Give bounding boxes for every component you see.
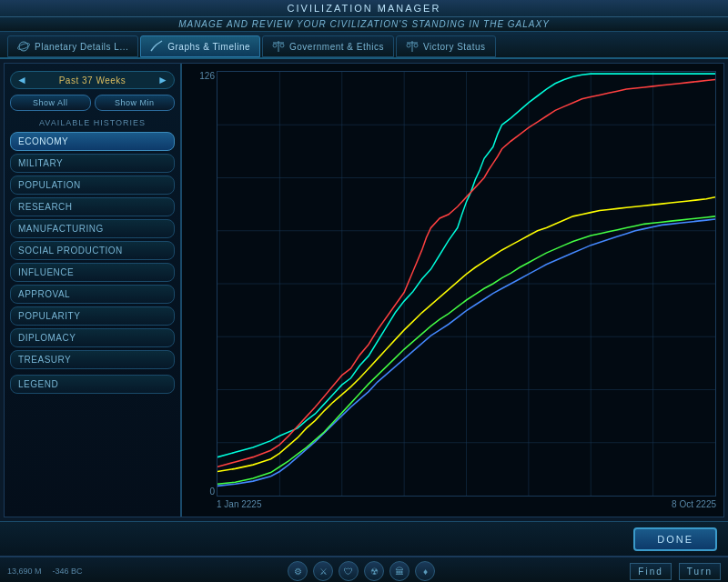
chart-wrapper: 126 0 (189, 71, 716, 497)
app-title: Civilization Manager (288, 3, 441, 14)
planet-icon (17, 40, 30, 53)
find-button[interactable]: Find (630, 563, 671, 580)
tab-ethics-label: Government & Ethics (289, 42, 384, 52)
tab-planetary[interactable]: Planetary Details L... (7, 35, 138, 57)
history-influence[interactable]: Influence (10, 263, 175, 282)
time-selector[interactable]: ◄ Past 37 Weeks ► (10, 71, 175, 89)
history-social[interactable]: Social Production (10, 241, 175, 260)
svg-point-1 (17, 42, 30, 50)
show-buttons: Show All Show Min (10, 95, 175, 111)
tab-bar: Planetary Details L... Graphs & Timeline… (0, 32, 728, 59)
scales-icon (272, 40, 285, 53)
svg-point-4 (273, 44, 277, 47)
footer-icons: ⚙ ⚔ 🛡 ☢ 🏛 ♦ (94, 561, 631, 581)
history-diplomacy[interactable]: Diplomacy (10, 328, 175, 347)
chart-svg (217, 72, 715, 496)
legend-button[interactable]: Legend (10, 375, 175, 394)
footer-icon-4[interactable]: ☢ (364, 561, 384, 581)
subtitle-bar: Manage and Review Your Civilization's St… (0, 17, 728, 32)
history-approval[interactable]: Approval (10, 285, 175, 304)
done-button[interactable]: Done (633, 527, 717, 551)
history-research[interactable]: Research (10, 197, 175, 216)
history-popularity[interactable]: Popularity (10, 306, 175, 326)
tab-graphs-label: Graphs & Timeline (167, 42, 250, 52)
x-axis: 1 Jan 2225 8 Oct 2225 (189, 497, 716, 509)
bottom-bar: Done (0, 521, 728, 556)
history-manufacturing[interactable]: Manufacturing (10, 219, 175, 238)
tab-victory-label: Victory Status (423, 42, 486, 52)
tab-ethics[interactable]: Government & Ethics (262, 35, 394, 57)
footer-right: Find Turn (630, 563, 721, 580)
history-population[interactable]: Population (10, 176, 175, 195)
history-treasury[interactable]: Treasury (10, 350, 175, 369)
footer-icon-1[interactable]: ⚙ (288, 561, 308, 581)
tab-victory[interactable]: Victory Status (396, 35, 496, 57)
show-min-button[interactable]: Show Min (95, 95, 176, 111)
footer-icon-5[interactable]: 🏛 (389, 561, 410, 581)
svg-point-8 (407, 44, 410, 47)
tab-graphs[interactable]: Graphs & Timeline (140, 35, 260, 57)
scales2-icon (406, 40, 419, 53)
footer-toolbar: 13,690 M -346 BC ⚙ ⚔ 🛡 ☢ 🏛 ♦ Find Turn (0, 556, 728, 582)
footer-icon-3[interactable]: 🛡 (339, 561, 359, 581)
svg-point-5 (280, 44, 284, 47)
footer-icon-6[interactable]: ♦ (415, 561, 435, 581)
y-max: 126 (189, 71, 215, 81)
show-all-button[interactable]: Show All (10, 95, 91, 111)
y-min: 0 (189, 487, 215, 497)
tab-planetary-label: Planetary Details L... (35, 42, 128, 52)
turn-button[interactable]: Turn (679, 563, 721, 580)
histories-label: Available Histories (10, 118, 175, 127)
sidebar: ◄ Past 37 Weeks ► Show All Show Min Avai… (5, 64, 182, 517)
time-label: Past 37 Weeks (59, 75, 126, 85)
title-bar: Civilization Manager (0, 0, 728, 17)
x-end: 8 Oct 2225 (672, 499, 716, 509)
subtitle-text: Manage and Review Your Civilization's St… (178, 19, 550, 29)
main-content: ◄ Past 37 Weeks ► Show All Show Min Avai… (4, 63, 724, 517)
footer-stat1: 13,690 M (7, 567, 42, 576)
footer-stat2: -346 BC (53, 567, 83, 576)
history-military[interactable]: Military (10, 154, 175, 173)
chart-icon (150, 40, 163, 53)
y-axis: 126 0 (189, 71, 217, 497)
footer-icon-2[interactable]: ⚔ (313, 561, 333, 581)
time-prev-arrow[interactable]: ◄ (16, 74, 27, 86)
chart-area: 126 0 (182, 64, 723, 517)
chart-canvas (217, 71, 716, 497)
x-start: 1 Jan 2225 (217, 499, 262, 509)
history-economy[interactable]: Economy (10, 132, 175, 151)
time-next-arrow[interactable]: ► (157, 74, 168, 86)
svg-point-9 (414, 44, 418, 47)
